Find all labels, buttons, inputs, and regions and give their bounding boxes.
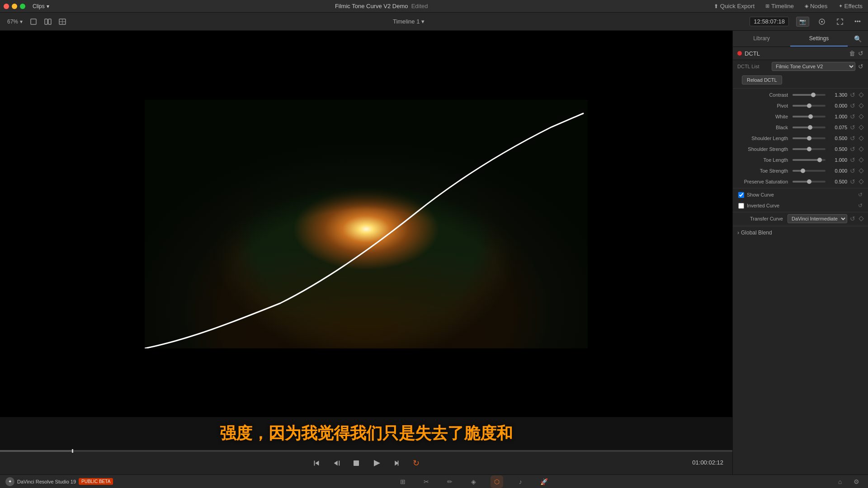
menu-bar: Clips ▾ Filmic Tone Curve V2 Demo Edited… xyxy=(0,0,868,13)
tab-settings[interactable]: Settings xyxy=(790,31,848,47)
white-slider[interactable] xyxy=(793,116,826,117)
skip-to-start-btn[interactable] xyxy=(310,457,323,469)
toolbar: 67% ▾ Timeline 1 ▾ 12:58:07:18 📷 ••• xyxy=(0,13,868,31)
viewer-layout-btn-2[interactable] xyxy=(42,16,53,27)
pivot-keyframe-btn[interactable] xyxy=(858,103,864,109)
step-forward-btn[interactable] xyxy=(390,457,402,469)
shoulder-length-slider[interactable] xyxy=(793,137,826,139)
toolbar-right: 12:58:07:18 📷 ••• xyxy=(750,16,863,27)
panel-search-btn[interactable]: 🔍 xyxy=(851,35,864,42)
preserve-saturation-reset-btn[interactable]: ↺ xyxy=(849,178,856,185)
video-frame xyxy=(0,31,732,417)
zoom-control[interactable]: 67% ▾ xyxy=(5,17,24,27)
settings-btn[interactable]: ⚙ xyxy=(850,475,863,488)
status-bar: ✦ DaVinci Resolve Studio 19 PUBLIC BETA … xyxy=(0,474,868,488)
toe-strength-keyframe-btn[interactable] xyxy=(858,168,864,174)
show-curve-checkbox[interactable] xyxy=(738,192,744,198)
toe-length-slider[interactable] xyxy=(793,159,826,161)
tab-library[interactable]: Library xyxy=(733,31,790,47)
toe-length-keyframe-btn[interactable] xyxy=(858,157,864,163)
dctl-reset-btn[interactable]: ↺ xyxy=(858,50,863,57)
contrast-reset-btn[interactable]: ↺ xyxy=(849,91,856,99)
global-blend-row[interactable]: › Global Blend xyxy=(733,226,868,239)
white-reset-btn[interactable]: ↺ xyxy=(849,113,856,120)
preserve-saturation-keyframe-btn[interactable] xyxy=(858,178,864,185)
show-curve-reset-btn[interactable]: ↺ xyxy=(858,192,863,198)
playhead-bar[interactable] xyxy=(0,450,732,452)
dctl-list-reset-btn[interactable]: ↺ xyxy=(858,63,863,70)
divider-1 xyxy=(733,88,868,89)
dctl-actions: 🗑 ↺ xyxy=(849,50,863,57)
reload-dctl-area: Reload DCTL xyxy=(733,73,868,87)
menu-bar-right: ⬆ Quick Export ⊞ Timeline ◈ Nodes ✦ Effe… xyxy=(712,1,864,11)
svg-rect-8 xyxy=(354,460,359,466)
nodes-button[interactable]: ◈ Nodes xyxy=(803,1,830,11)
loop-btn[interactable]: ↻ xyxy=(410,457,422,469)
param-toe-strength: Toe Strength 0.000 ↺ xyxy=(733,165,868,176)
param-black: Black 0.075 ↺ xyxy=(733,122,868,133)
black-reset-btn[interactable]: ↺ xyxy=(849,124,856,131)
show-curve-label[interactable]: Show Curve xyxy=(747,192,774,197)
fairlight-btn[interactable]: ♪ xyxy=(514,475,527,488)
window-controls xyxy=(4,4,25,9)
toe-strength-slider[interactable] xyxy=(793,170,826,172)
timeline-button[interactable]: ⊞ Timeline xyxy=(764,1,796,11)
white-keyframe-btn[interactable] xyxy=(858,113,864,120)
dctl-trash-btn[interactable]: 🗑 xyxy=(849,50,855,57)
black-slider[interactable] xyxy=(793,127,826,128)
preserve-saturation-slider[interactable] xyxy=(793,181,826,183)
shoulder-strength-keyframe-btn[interactable] xyxy=(858,146,864,152)
clips-menu[interactable]: Clips ▾ xyxy=(31,1,51,11)
inverted-curve-checkbox[interactable] xyxy=(738,203,744,209)
transfer-curve-reset-btn[interactable]: ↺ xyxy=(849,215,856,222)
param-preserve-saturation: Preserve Saturation 0.500 ↺ xyxy=(733,176,868,187)
transfer-curve-keyframe-btn[interactable] xyxy=(858,216,864,222)
scope-btn[interactable] xyxy=(816,16,827,27)
home-btn[interactable]: ⌂ xyxy=(834,475,846,488)
playhead-marker xyxy=(72,449,73,453)
fusion-btn[interactable]: ◈ xyxy=(467,475,480,488)
toe-strength-reset-btn[interactable]: ↺ xyxy=(849,167,856,174)
viewer-area: 强度，因为我觉得我们只是失去了脆度和 ↻ xyxy=(0,31,732,474)
stop-btn[interactable] xyxy=(350,457,363,469)
close-button[interactable] xyxy=(4,4,9,9)
fit-btn[interactable] xyxy=(835,16,845,27)
effects-button[interactable]: ✦ Effects xyxy=(837,1,865,11)
shoulder-length-reset-btn[interactable]: ↺ xyxy=(849,135,856,142)
more-options-btn[interactable]: ••• xyxy=(853,16,863,27)
edit-btn[interactable]: ✏ xyxy=(443,475,456,488)
deliver-btn[interactable]: 🚀 xyxy=(538,475,550,488)
step-back-btn[interactable] xyxy=(330,457,343,469)
color-btn[interactable]: ⬡ xyxy=(491,475,503,488)
contrast-keyframe-btn[interactable] xyxy=(858,92,864,98)
viewer-layout-btn-1[interactable] xyxy=(28,16,39,27)
cut-btn[interactable]: ✂ xyxy=(420,475,433,488)
dctl-list-select[interactable]: Filmic Tone Curve V2 xyxy=(772,62,855,71)
pivot-reset-btn[interactable]: ↺ xyxy=(849,102,856,109)
minimize-button[interactable] xyxy=(12,4,17,9)
pivot-slider[interactable] xyxy=(793,105,826,107)
viewer-layout-btn-3[interactable] xyxy=(57,16,68,27)
shoulder-strength-slider[interactable] xyxy=(793,148,826,150)
param-contrast: Contrast 1.300 ↺ xyxy=(733,89,868,100)
shoulder-strength-reset-btn[interactable]: ↺ xyxy=(849,145,856,153)
play-btn[interactable] xyxy=(370,457,382,469)
quick-export-button[interactable]: ⬆ Quick Export xyxy=(712,1,756,11)
black-keyframe-btn[interactable] xyxy=(858,124,864,131)
inverted-curve-label[interactable]: Inverted Curve xyxy=(747,203,779,208)
fullscreen-button[interactable] xyxy=(20,4,25,9)
param-white: White 1.000 ↺ xyxy=(733,111,868,122)
toolbar-left: 67% ▾ xyxy=(5,16,68,27)
reload-dctl-btn[interactable]: Reload DCTL xyxy=(742,75,782,84)
transfer-curve-select[interactable]: DaVinci Intermediate Linear Gamma 2.2 Ga… xyxy=(788,214,847,223)
inverted-curve-reset-btn[interactable]: ↺ xyxy=(858,202,863,209)
camera-toggle-btn[interactable]: 📷 xyxy=(796,17,809,27)
media-pool-btn[interactable]: ⊞ xyxy=(396,475,409,488)
status-bar-center: ⊞ ✂ ✏ ◈ ⬡ ♪ 🚀 xyxy=(118,475,828,488)
shoulder-length-keyframe-btn[interactable] xyxy=(858,135,864,141)
contrast-slider[interactable] xyxy=(793,94,826,96)
resolve-icon: ✦ xyxy=(5,477,14,486)
timeline-selector[interactable]: Timeline 1 ▾ xyxy=(391,16,426,27)
toe-length-reset-btn[interactable]: ↺ xyxy=(849,156,856,164)
timecode-display: 12:58:07:18 xyxy=(750,17,789,26)
